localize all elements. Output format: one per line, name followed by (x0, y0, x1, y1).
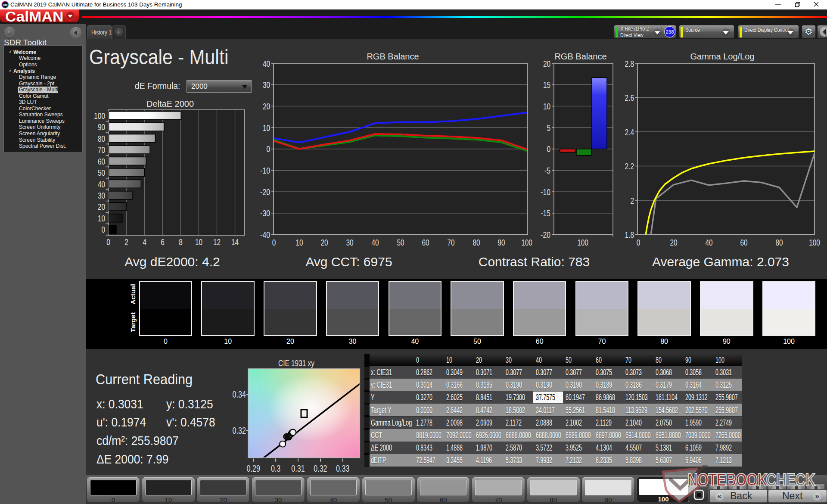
svg-text:14: 14 (231, 237, 239, 247)
svg-text:-10: -10 (541, 187, 550, 197)
svg-text:8: 8 (179, 237, 183, 247)
svg-text:-10: -10 (260, 165, 270, 175)
svg-text:-5: -5 (544, 165, 550, 175)
svg-text:40: 40 (371, 237, 379, 247)
svg-text:-20: -20 (260, 187, 270, 197)
svg-text:10: 10 (295, 237, 303, 247)
svg-text:50: 50 (397, 237, 404, 247)
svg-text:2.8: 2.8 (625, 59, 634, 68)
svg-text:2.6: 2.6 (625, 93, 634, 103)
svg-text:0.34: 0.34 (233, 389, 246, 400)
svg-text:20: 20 (263, 101, 270, 111)
svg-text:90: 90 (98, 122, 105, 132)
svg-text:20: 20 (670, 237, 677, 247)
svg-text:0.29: 0.29 (247, 463, 260, 474)
svg-text:4: 4 (143, 237, 146, 247)
svg-text:60: 60 (422, 237, 429, 247)
svg-text:30: 30 (98, 190, 105, 200)
svg-text:100: 100 (809, 237, 820, 247)
svg-text:0: 0 (272, 237, 276, 247)
svg-text:20: 20 (98, 202, 105, 212)
svg-text:CM: CM (3, 3, 8, 6)
svg-text:80: 80 (98, 134, 105, 143)
svg-text:10: 10 (263, 123, 270, 133)
svg-text:0.32: 0.32 (314, 463, 327, 474)
svg-text:2.2: 2.2 (625, 161, 634, 171)
svg-text:-40: -40 (260, 230, 270, 240)
svg-text:30: 30 (346, 237, 353, 247)
svg-text:0: 0 (106, 237, 110, 247)
svg-text:-20: -20 (541, 230, 550, 240)
svg-text:0.32: 0.32 (233, 425, 246, 436)
svg-text:0.33: 0.33 (336, 463, 349, 474)
svg-text:DeltaE 2000: DeltaE 2000 (146, 99, 194, 109)
svg-text:-15: -15 (541, 208, 550, 218)
svg-text:100: 100 (577, 237, 588, 247)
svg-text:60: 60 (740, 237, 747, 247)
svg-text:0: 0 (547, 144, 550, 154)
svg-text:0.31: 0.31 (291, 463, 305, 474)
svg-text:5: 5 (547, 123, 550, 133)
svg-text:RGB Balance: RGB Balance (554, 52, 606, 61)
svg-text:80: 80 (775, 237, 783, 247)
svg-text:90: 90 (497, 237, 505, 247)
svg-text:12: 12 (213, 237, 221, 247)
svg-text:2: 2 (630, 196, 634, 205)
svg-text:20: 20 (543, 59, 550, 68)
svg-text:0: 0 (101, 224, 105, 234)
svg-text:30: 30 (263, 80, 270, 90)
svg-text:50: 50 (98, 168, 105, 177)
svg-text:CIE 1931 xy: CIE 1931 xy (278, 358, 314, 368)
svg-text:100: 100 (521, 237, 532, 247)
svg-text:1.8: 1.8 (625, 230, 634, 240)
svg-text:0: 0 (637, 237, 640, 247)
svg-text:10: 10 (195, 237, 202, 247)
svg-text:RGB Balance: RGB Balance (367, 52, 419, 61)
svg-text:20: 20 (320, 237, 328, 247)
svg-text:100: 100 (94, 111, 105, 121)
svg-text:2: 2 (124, 237, 128, 247)
svg-text:2.4: 2.4 (625, 127, 634, 137)
svg-text:15: 15 (543, 80, 550, 90)
svg-text:70: 70 (447, 237, 454, 247)
svg-text:0: 0 (266, 144, 270, 154)
svg-text:70: 70 (98, 145, 105, 155)
svg-text:0.3: 0.3 (271, 463, 280, 474)
svg-text:CHECK: CHECK (766, 470, 815, 490)
svg-text:10: 10 (98, 213, 105, 223)
svg-text:Gamma Log/Log: Gamma Log/Log (690, 52, 755, 61)
svg-text:6: 6 (161, 237, 165, 247)
svg-text:40: 40 (705, 237, 712, 247)
svg-text:10: 10 (543, 101, 550, 111)
svg-text:NOTEBOOK: NOTEBOOK (687, 470, 768, 490)
svg-text:80: 80 (473, 237, 480, 247)
svg-text:60: 60 (98, 156, 105, 166)
svg-text:40: 40 (98, 179, 105, 189)
svg-text:-30: -30 (260, 208, 270, 218)
svg-text:40: 40 (263, 59, 270, 68)
